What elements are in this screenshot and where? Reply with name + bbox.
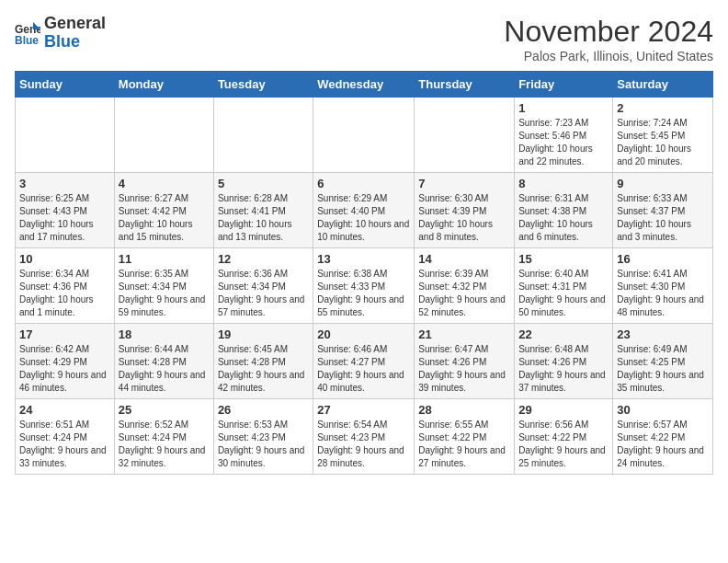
day-detail: Sunrise: 6:39 AM Sunset: 4:32 PM Dayligh… (418, 268, 510, 319)
day-detail: Sunrise: 6:54 AM Sunset: 4:23 PM Dayligh… (317, 419, 410, 470)
day-cell: 13Sunrise: 6:38 AM Sunset: 4:33 PM Dayli… (313, 248, 415, 324)
day-cell: 10Sunrise: 6:34 AM Sunset: 4:36 PM Dayli… (16, 248, 115, 324)
day-number: 23 (617, 327, 709, 341)
day-detail: Sunrise: 6:35 AM Sunset: 4:34 PM Dayligh… (119, 268, 210, 319)
day-cell: 18Sunrise: 6:44 AM Sunset: 4:28 PM Dayli… (114, 324, 213, 399)
day-number: 11 (119, 252, 210, 266)
week-row-2: 3Sunrise: 6:25 AM Sunset: 4:43 PM Daylig… (16, 173, 713, 248)
col-monday: Monday (114, 72, 213, 98)
day-cell: 25Sunrise: 6:52 AM Sunset: 4:24 PM Dayli… (114, 399, 213, 475)
logo: General Blue General Blue (15, 15, 106, 52)
day-number: 27 (317, 403, 410, 417)
day-detail: Sunrise: 6:56 AM Sunset: 4:22 PM Dayligh… (518, 419, 609, 470)
day-number: 13 (317, 252, 410, 266)
day-cell: 15Sunrise: 6:40 AM Sunset: 4:31 PM Dayli… (515, 248, 613, 324)
day-number: 28 (418, 403, 510, 417)
week-row-5: 24Sunrise: 6:51 AM Sunset: 4:24 PM Dayli… (16, 399, 713, 475)
title-area: November 2024 Palos Park, Illinois, Unit… (504, 15, 713, 63)
day-cell: 6Sunrise: 6:29 AM Sunset: 4:40 PM Daylig… (313, 173, 415, 248)
week-row-1: 1Sunrise: 7:23 AM Sunset: 5:46 PM Daylig… (16, 98, 713, 173)
col-saturday: Saturday (613, 72, 713, 98)
day-detail: Sunrise: 6:27 AM Sunset: 4:42 PM Dayligh… (119, 192, 210, 244)
day-cell: 3Sunrise: 6:25 AM Sunset: 4:43 PM Daylig… (16, 173, 115, 248)
day-number: 15 (518, 252, 609, 266)
day-detail: Sunrise: 6:36 AM Sunset: 4:34 PM Dayligh… (218, 268, 309, 319)
day-cell (415, 98, 515, 173)
day-number: 12 (218, 252, 309, 266)
day-detail: Sunrise: 6:53 AM Sunset: 4:23 PM Dayligh… (218, 419, 309, 470)
day-detail: Sunrise: 6:55 AM Sunset: 4:22 PM Dayligh… (418, 419, 510, 470)
day-number: 16 (617, 252, 709, 266)
day-number: 9 (617, 177, 709, 190)
day-detail: Sunrise: 6:34 AM Sunset: 4:36 PM Dayligh… (19, 268, 110, 319)
day-detail: Sunrise: 6:51 AM Sunset: 4:24 PM Dayligh… (19, 419, 110, 470)
header-row: Sunday Monday Tuesday Wednesday Thursday… (16, 72, 713, 98)
day-detail: Sunrise: 6:38 AM Sunset: 4:33 PM Dayligh… (317, 268, 410, 319)
day-detail: Sunrise: 6:28 AM Sunset: 4:41 PM Dayligh… (218, 192, 309, 244)
col-sunday: Sunday (16, 72, 115, 98)
day-cell: 11Sunrise: 6:35 AM Sunset: 4:34 PM Dayli… (114, 248, 213, 324)
day-cell: 9Sunrise: 6:33 AM Sunset: 4:37 PM Daylig… (613, 173, 713, 248)
day-detail: Sunrise: 6:31 AM Sunset: 4:38 PM Dayligh… (518, 192, 609, 244)
day-detail: Sunrise: 6:45 AM Sunset: 4:28 PM Dayligh… (218, 343, 309, 395)
day-number: 30 (617, 403, 709, 417)
day-detail: Sunrise: 6:44 AM Sunset: 4:28 PM Dayligh… (119, 343, 210, 395)
day-cell: 14Sunrise: 6:39 AM Sunset: 4:32 PM Dayli… (415, 248, 515, 324)
day-number: 19 (218, 327, 309, 341)
day-detail: Sunrise: 7:24 AM Sunset: 5:45 PM Dayligh… (617, 117, 709, 168)
header: General Blue General Blue November 2024 … (15, 15, 713, 63)
day-detail: Sunrise: 6:48 AM Sunset: 4:26 PM Dayligh… (518, 343, 609, 395)
day-number: 10 (19, 252, 110, 266)
day-cell: 12Sunrise: 6:36 AM Sunset: 4:34 PM Dayli… (213, 248, 313, 324)
day-number: 8 (518, 177, 609, 190)
day-cell: 30Sunrise: 6:57 AM Sunset: 4:22 PM Dayli… (613, 399, 713, 475)
col-tuesday: Tuesday (213, 72, 313, 98)
day-number: 7 (418, 177, 510, 190)
day-cell: 26Sunrise: 6:53 AM Sunset: 4:23 PM Dayli… (213, 399, 313, 475)
day-detail: Sunrise: 6:52 AM Sunset: 4:24 PM Dayligh… (119, 419, 210, 470)
week-row-4: 17Sunrise: 6:42 AM Sunset: 4:29 PM Dayli… (16, 324, 713, 399)
calendar-title: November 2024 (504, 15, 713, 49)
day-detail: Sunrise: 6:33 AM Sunset: 4:37 PM Dayligh… (617, 192, 709, 244)
day-cell: 7Sunrise: 6:30 AM Sunset: 4:39 PM Daylig… (415, 173, 515, 248)
day-cell: 22Sunrise: 6:48 AM Sunset: 4:26 PM Dayli… (515, 324, 613, 399)
day-cell (213, 98, 313, 173)
calendar-body: 1Sunrise: 7:23 AM Sunset: 5:46 PM Daylig… (16, 98, 713, 475)
day-number: 17 (19, 327, 110, 341)
day-number: 3 (19, 177, 110, 190)
day-number: 18 (119, 327, 210, 341)
day-number: 1 (518, 101, 609, 115)
day-detail: Sunrise: 7:23 AM Sunset: 5:46 PM Dayligh… (518, 117, 609, 168)
day-number: 5 (218, 177, 309, 190)
logo-icon: General Blue (15, 20, 40, 46)
calendar-table: Sunday Monday Tuesday Wednesday Thursday… (15, 71, 713, 475)
logo-blue: Blue (44, 33, 106, 52)
day-detail: Sunrise: 6:40 AM Sunset: 4:31 PM Dayligh… (518, 268, 609, 319)
col-friday: Friday (515, 72, 613, 98)
day-detail: Sunrise: 6:47 AM Sunset: 4:26 PM Dayligh… (418, 343, 510, 395)
svg-text:Blue: Blue (15, 34, 39, 46)
day-cell (114, 98, 213, 173)
day-cell: 27Sunrise: 6:54 AM Sunset: 4:23 PM Dayli… (313, 399, 415, 475)
day-number: 24 (19, 403, 110, 417)
day-detail: Sunrise: 6:42 AM Sunset: 4:29 PM Dayligh… (19, 343, 110, 395)
day-number: 6 (317, 177, 410, 190)
col-wednesday: Wednesday (313, 72, 415, 98)
day-number: 29 (518, 403, 609, 417)
day-cell: 8Sunrise: 6:31 AM Sunset: 4:38 PM Daylig… (515, 173, 613, 248)
week-row-3: 10Sunrise: 6:34 AM Sunset: 4:36 PM Dayli… (16, 248, 713, 324)
day-cell: 2Sunrise: 7:24 AM Sunset: 5:45 PM Daylig… (613, 98, 713, 173)
day-detail: Sunrise: 6:57 AM Sunset: 4:22 PM Dayligh… (617, 419, 709, 470)
day-detail: Sunrise: 6:25 AM Sunset: 4:43 PM Dayligh… (19, 192, 110, 244)
day-detail: Sunrise: 6:29 AM Sunset: 4:40 PM Dayligh… (317, 192, 410, 244)
calendar-subtitle: Palos Park, Illinois, United States (504, 49, 713, 63)
day-cell: 24Sunrise: 6:51 AM Sunset: 4:24 PM Dayli… (16, 399, 115, 475)
day-cell: 28Sunrise: 6:55 AM Sunset: 4:22 PM Dayli… (415, 399, 515, 475)
day-cell (16, 98, 115, 173)
day-cell: 5Sunrise: 6:28 AM Sunset: 4:41 PM Daylig… (213, 173, 313, 248)
day-number: 21 (418, 327, 510, 341)
day-detail: Sunrise: 6:49 AM Sunset: 4:25 PM Dayligh… (617, 343, 709, 395)
day-number: 25 (119, 403, 210, 417)
day-number: 26 (218, 403, 309, 417)
logo-general: General (44, 15, 106, 33)
